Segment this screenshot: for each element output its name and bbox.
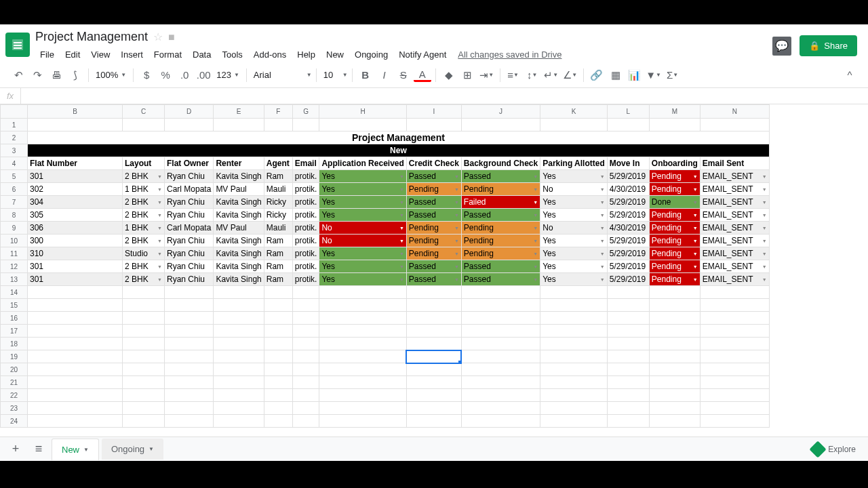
row-header-16[interactable]: 16 — [1, 312, 28, 325]
menu-format[interactable]: Format — [149, 47, 186, 62]
cell[interactable]: Yes — [319, 196, 406, 209]
cell[interactable]: EMAIL_SENT — [700, 235, 769, 247]
col-header-I[interactable]: I — [406, 105, 461, 119]
cell[interactable]: Carl Mopata — [165, 183, 214, 196]
cell[interactable]: Pending — [461, 222, 540, 235]
cell[interactable]: Ryan Chiu — [165, 260, 214, 273]
cell[interactable]: protik. — [292, 209, 319, 222]
redo-icon[interactable]: ↷ — [28, 66, 46, 84]
col-header-C[interactable]: C — [123, 105, 165, 119]
row-header-14[interactable]: 14 — [1, 286, 28, 299]
cell[interactable]: 300 — [28, 235, 123, 247]
row-header-4[interactable]: 4 — [1, 157, 28, 170]
cell[interactable]: protik. — [292, 260, 319, 273]
cell[interactable]: Yes — [540, 209, 608, 222]
cell[interactable]: 302 — [28, 183, 123, 196]
cell[interactable]: 5/29/2019 — [607, 170, 649, 183]
cell[interactable]: EMAIL_SENT — [700, 222, 769, 235]
row-header-24[interactable]: 24 — [1, 415, 28, 428]
table-header-flat-owner[interactable]: Flat Owner — [165, 157, 214, 170]
cell[interactable]: Passed — [406, 260, 461, 273]
cell[interactable]: Kavita Singh — [214, 170, 264, 183]
cell[interactable]: protik. — [292, 183, 319, 196]
selected-cell[interactable] — [406, 350, 461, 363]
row-header-8[interactable]: 8 — [1, 209, 28, 222]
cell[interactable]: 4/30/2019 — [607, 222, 649, 235]
tab-ongoing[interactable]: Ongoing▼ — [102, 439, 163, 460]
cell[interactable]: EMAIL_SENT — [700, 247, 769, 260]
cell[interactable]: 306 — [28, 222, 123, 235]
cell[interactable]: Ram — [264, 247, 292, 260]
share-button[interactable]: 🔒 Share — [800, 35, 857, 56]
cell[interactable]: Pending — [649, 209, 700, 222]
col-header-F[interactable]: F — [264, 105, 292, 119]
collapse-toolbar-icon[interactable]: ^ — [841, 66, 859, 84]
star-icon[interactable]: ☆ — [153, 30, 163, 43]
cell[interactable]: 2 BHK — [123, 273, 165, 286]
cell[interactable]: MV Paul — [214, 183, 264, 196]
col-header-G[interactable]: G — [292, 105, 319, 119]
wrap-icon[interactable]: ↵▼ — [542, 66, 560, 84]
sheet-title-cell[interactable]: Project Management — [28, 131, 770, 144]
cell[interactable]: Mauli — [264, 183, 292, 196]
row-header-20[interactable]: 20 — [1, 363, 28, 376]
font-size-select[interactable]: 10 — [321, 70, 341, 80]
cell[interactable]: Ram — [264, 273, 292, 286]
table-header-layout[interactable]: Layout — [123, 157, 165, 170]
decrease-decimal-icon[interactable]: .0 — [176, 66, 193, 84]
cell[interactable]: Pending — [649, 247, 700, 260]
col-header-H[interactable]: H — [319, 105, 406, 119]
menu-file[interactable]: File — [35, 47, 59, 62]
row-header-9[interactable]: 9 — [1, 222, 28, 235]
menu-add-ons[interactable]: Add-ons — [249, 47, 291, 62]
row-header-19[interactable]: 19 — [1, 350, 28, 363]
cell[interactable]: Passed — [406, 273, 461, 286]
menu-edit[interactable]: Edit — [60, 47, 85, 62]
cell[interactable]: 4/30/2019 — [607, 183, 649, 196]
cell[interactable]: protik. — [292, 247, 319, 260]
table-header-onboarding[interactable]: Onboarding — [649, 157, 700, 170]
cell[interactable]: MV Paul — [214, 222, 264, 235]
row-header-6[interactable]: 6 — [1, 183, 28, 196]
row-header-5[interactable]: 5 — [1, 170, 28, 183]
cell[interactable]: Pending — [406, 247, 461, 260]
cell[interactable]: Pending — [406, 183, 461, 196]
row-header-3[interactable]: 3 — [1, 144, 28, 157]
cell[interactable]: 5/29/2019 — [607, 235, 649, 247]
sheets-logo[interactable] — [5, 33, 30, 57]
cell[interactable]: EMAIL_SENT — [700, 196, 769, 209]
percent-icon[interactable]: % — [157, 66, 174, 84]
cell[interactable]: 5/29/2019 — [607, 247, 649, 260]
col-header-L[interactable]: L — [607, 105, 649, 119]
cell[interactable]: 1 BHK — [123, 183, 165, 196]
cell[interactable]: Pending — [649, 183, 700, 196]
table-header-renter[interactable]: Renter — [214, 157, 264, 170]
table-header-application-received[interactable]: Application Received — [319, 157, 406, 170]
cell[interactable]: protik. — [292, 196, 319, 209]
cell[interactable]: 310 — [28, 247, 123, 260]
row-header-21[interactable]: 21 — [1, 376, 28, 389]
cell[interactable]: 1 BHK — [123, 222, 165, 235]
cell[interactable]: Ricky — [264, 196, 292, 209]
cell[interactable]: Yes — [540, 196, 608, 209]
cell[interactable]: Done — [649, 196, 700, 209]
menu-insert[interactable]: Insert — [116, 47, 148, 62]
cell[interactable]: 2 BHK — [123, 260, 165, 273]
menu-data[interactable]: Data — [188, 47, 216, 62]
cell[interactable]: Yes — [540, 170, 608, 183]
table-header-email-sent[interactable]: Email Sent — [700, 157, 769, 170]
cell[interactable]: 5/29/2019 — [607, 273, 649, 286]
cell[interactable]: protik. — [292, 273, 319, 286]
menu-ongoing[interactable]: Ongoing — [350, 47, 393, 62]
menu-tools[interactable]: Tools — [217, 47, 247, 62]
cell[interactable]: Ryan Chiu — [165, 235, 214, 247]
menu-notify-agent[interactable]: Notify Agent — [394, 47, 451, 62]
table-header-flat-number[interactable]: Flat Number — [28, 157, 123, 170]
cell[interactable]: Yes — [540, 235, 608, 247]
increase-decimal-icon[interactable]: .00 — [195, 66, 212, 84]
cell[interactable]: Pending — [649, 170, 700, 183]
menu-help[interactable]: Help — [292, 47, 320, 62]
cell[interactable]: protik. — [292, 235, 319, 247]
cell[interactable]: Kavita Singh — [214, 247, 264, 260]
table-header-move-in[interactable]: Move In — [607, 157, 649, 170]
